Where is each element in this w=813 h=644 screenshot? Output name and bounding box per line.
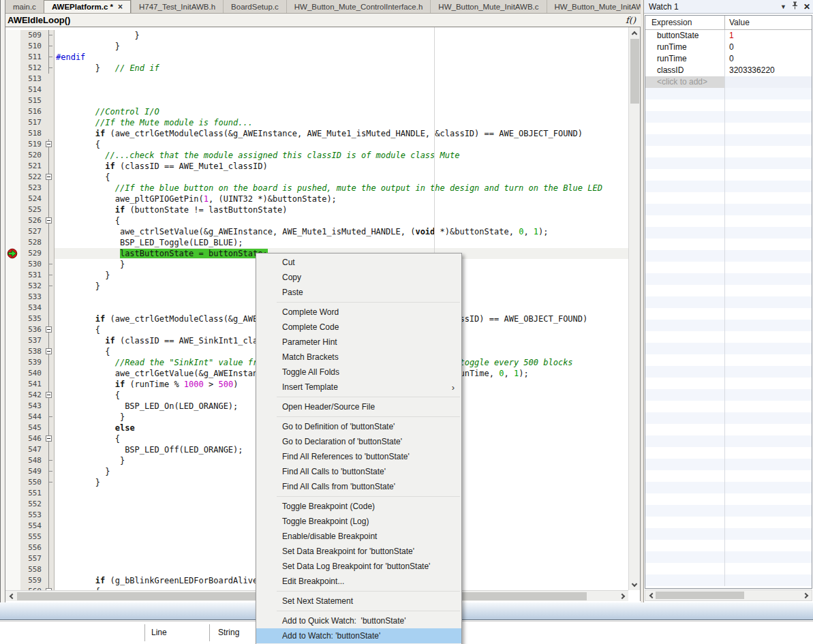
menu-item-parameter-hint[interactable]: Parameter Hint (256, 335, 461, 350)
breakpoint-gutter[interactable] (5, 41, 20, 52)
watch-menu-chevron-icon[interactable]: ▼ (780, 3, 786, 10)
menu-item-go-to-declaration-of-buttonstate[interactable]: Go to Declaration of 'buttonState' (256, 434, 461, 449)
breakpoint-gutter[interactable] (5, 292, 20, 303)
menu-item-match-brackets[interactable]: Match Brackets (256, 350, 461, 365)
watch-expression-cell[interactable] (645, 470, 725, 482)
watch-expression-cell[interactable] (645, 378, 725, 389)
fold-collapse-icon[interactable] (46, 392, 52, 398)
watch-expression-cell[interactable] (645, 401, 725, 412)
watch-value-cell[interactable] (725, 227, 812, 239)
watch-empty-row[interactable] (645, 146, 812, 157)
watch-empty-row[interactable] (645, 459, 812, 470)
watch-expression-cell[interactable] (645, 204, 725, 215)
watch-empty-row[interactable] (645, 99, 812, 111)
watch-expression-cell[interactable]: runTime (645, 42, 725, 53)
fold-collapse-icon[interactable] (46, 174, 52, 180)
editor-vertical-scrollbar[interactable] (628, 27, 640, 590)
breakpoint-gutter[interactable] (5, 542, 20, 553)
watch-value-cell[interactable] (725, 331, 812, 343)
watch-value-cell[interactable] (725, 366, 812, 378)
watch-value-cell[interactable] (725, 99, 812, 111)
breakpoint-gutter[interactable] (5, 204, 20, 215)
breakpoint-gutter[interactable] (5, 150, 20, 161)
watch-expression-cell[interactable] (645, 528, 725, 540)
watch-expression-cell[interactable] (645, 435, 725, 447)
breakpoint-gutter[interactable] (5, 357, 20, 368)
breakpoint-gutter[interactable] (5, 521, 20, 532)
fold-collapse-icon[interactable] (46, 141, 52, 147)
watch-expression-cell[interactable] (645, 540, 725, 551)
watch-value-cell[interactable] (725, 273, 812, 285)
watch-empty-row[interactable] (645, 517, 812, 528)
menu-item-enable-disable-breakpoint[interactable]: Enable/disable Breakpoint (256, 529, 461, 544)
watch-expression-cell[interactable] (645, 285, 725, 296)
watch-value-cell[interactable] (725, 354, 812, 366)
watch-value-cell[interactable] (725, 574, 812, 586)
watch-empty-row[interactable] (645, 285, 812, 296)
code-text[interactable]: } (55, 30, 628, 41)
watch-value-cell[interactable] (725, 285, 812, 296)
watch-expression-cell[interactable] (645, 169, 725, 181)
watch-empty-row[interactable] (645, 181, 812, 192)
breakpoint-gutter[interactable] (5, 313, 20, 324)
watch-expression-cell[interactable] (645, 111, 725, 123)
breakpoint-gutter[interactable] (5, 172, 20, 183)
code-text[interactable]: { (55, 139, 628, 150)
watch-empty-row[interactable] (645, 134, 812, 146)
watch-expression-cell[interactable] (645, 551, 725, 563)
watch-value-cell[interactable] (725, 343, 812, 354)
watch-empty-row[interactable] (645, 563, 812, 574)
watch-empty-row[interactable] (645, 435, 812, 447)
watch-expression-cell[interactable] (645, 181, 725, 192)
watch-value-cell[interactable] (725, 435, 812, 447)
menu-item-insert-template[interactable]: Insert Template› (256, 380, 461, 395)
watch-value-cell[interactable] (725, 320, 812, 331)
watch-empty-row[interactable] (645, 401, 812, 412)
breakpoint-gutter[interactable] (5, 281, 20, 292)
breakpoint-gutter[interactable] (5, 455, 20, 466)
watch-expression-cell[interactable] (645, 424, 725, 435)
breakpoint-gutter[interactable] (5, 63, 20, 74)
breakpoint-gutter[interactable] (5, 324, 20, 335)
watch-expression-cell[interactable] (645, 505, 725, 517)
breakpoint-gutter[interactable] (5, 564, 20, 575)
watch-value-cell[interactable] (725, 250, 812, 262)
watch-expression-cell[interactable] (645, 493, 725, 505)
watch-empty-row[interactable] (645, 192, 812, 204)
watch-empty-row[interactable] (645, 111, 812, 123)
watch-scroll-left-icon[interactable] (645, 590, 656, 601)
breakpoint-gutter[interactable] (5, 226, 20, 237)
watch-value-cell[interactable]: 0 (725, 42, 812, 53)
breakpoint-gutter[interactable] (5, 95, 20, 106)
breakpoint-gutter[interactable] (5, 85, 20, 95)
watch-col-value[interactable]: Value (725, 16, 812, 29)
watch-value-cell[interactable] (725, 181, 812, 192)
watch-value-cell[interactable] (725, 551, 812, 563)
breakpoint-gutter[interactable] (5, 106, 20, 117)
breakpoint-gutter[interactable] (5, 412, 20, 423)
watch-value-cell[interactable] (725, 76, 812, 88)
breakpoint-gutter[interactable] (5, 117, 20, 128)
breakpoint-gutter[interactable] (5, 488, 20, 499)
menu-item-find-all-calls-to-buttonstate[interactable]: Find All Calls to 'buttonState' (256, 464, 461, 479)
watch-expression-cell[interactable] (645, 343, 725, 354)
watch-value-cell[interactable] (725, 459, 812, 470)
watch-empty-row[interactable] (645, 296, 812, 308)
watch-expression-cell[interactable] (645, 262, 725, 273)
code-text[interactable]: //Control I/O (55, 106, 628, 117)
tab-hw-button-mute-initawb-c[interactable]: HW_Button_Mute_InitAWB.c (430, 0, 546, 13)
breakpoint-gutter[interactable] (5, 499, 20, 510)
watch-expression-cell[interactable] (645, 412, 725, 424)
watch-value-cell[interactable] (725, 111, 812, 123)
menu-item-toggle-breakpoint-code[interactable]: Toggle Breakpoint (Code) (256, 499, 461, 514)
code-text[interactable]: if (awe_ctrlGetModuleClass(&g_AWEInstanc… (55, 128, 628, 139)
watch-empty-row[interactable] (645, 470, 812, 482)
breakpoint-gutter[interactable] (5, 423, 20, 433)
watch-expression-cell[interactable] (645, 574, 725, 586)
watch-value-cell[interactable] (725, 296, 812, 308)
watch-empty-row[interactable] (645, 204, 812, 215)
watch-empty-row[interactable] (645, 505, 812, 517)
watch-title-bar[interactable]: Watch 1 ▼ ✕ (644, 0, 813, 14)
menu-item-set-next-statement[interactable]: Set Next Statement (256, 594, 461, 609)
breakpoint-gutter[interactable] (5, 433, 20, 444)
